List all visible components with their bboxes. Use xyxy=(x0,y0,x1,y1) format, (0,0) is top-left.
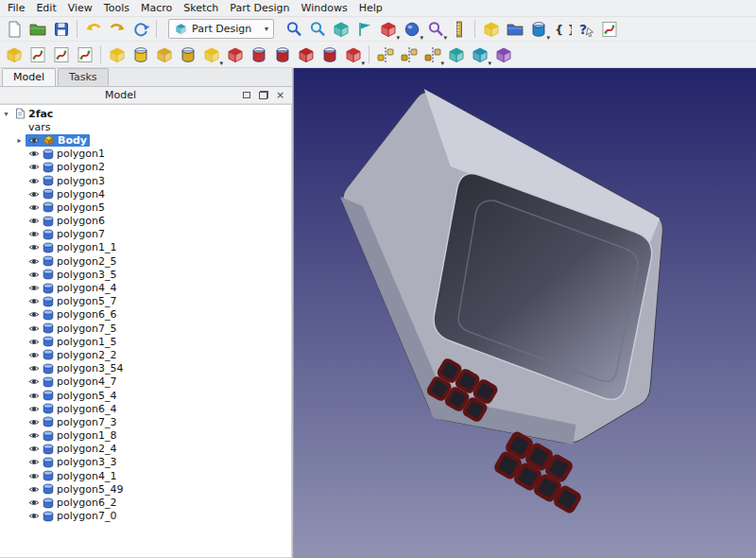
visibility-eye-icon[interactable] xyxy=(28,338,40,346)
visibility-eye-icon[interactable] xyxy=(28,458,40,466)
map-sketch-button[interactable] xyxy=(73,44,96,66)
visibility-eye-icon[interactable] xyxy=(28,270,40,279)
subtractive-loft-button[interactable] xyxy=(294,44,318,66)
tree-item[interactable]: polygon5_4 xyxy=(0,389,291,402)
visibility-eye-icon[interactable] xyxy=(28,392,40,400)
tree-item[interactable]: polygon3_54 xyxy=(0,362,291,375)
visibility-eye-icon[interactable] xyxy=(28,445,40,453)
file-new-button[interactable] xyxy=(2,18,26,41)
redo-button[interactable] xyxy=(105,18,129,41)
tree-item[interactable]: polygon1_5 xyxy=(0,335,291,348)
boolean-button[interactable] xyxy=(491,44,515,66)
create-sketch-button[interactable] xyxy=(26,44,49,66)
measure-button[interactable] xyxy=(447,18,471,41)
visibility-eye-icon[interactable] xyxy=(28,136,40,145)
view-cube-button[interactable] xyxy=(376,18,400,41)
tree-item[interactable]: polygon2_2 xyxy=(0,348,291,361)
visibility-eye-icon[interactable] xyxy=(28,284,40,292)
visibility-eye-icon[interactable] xyxy=(28,405,40,413)
visibility-eye-icon[interactable] xyxy=(28,149,40,158)
tree-item[interactable]: polygon4_1 xyxy=(0,469,291,482)
tree-item[interactable]: polygon6_2 xyxy=(0,496,291,509)
tree-item[interactable]: polygon3 xyxy=(0,174,291,187)
tree-item[interactable]: polygon2 xyxy=(0,161,291,174)
revolution-button[interactable] xyxy=(129,44,152,66)
visibility-eye-icon[interactable] xyxy=(28,498,40,507)
tree-item[interactable]: polygon4 xyxy=(0,187,291,201)
visibility-eye-icon[interactable] xyxy=(28,364,40,373)
additive-pipe-button[interactable] xyxy=(176,44,199,66)
workbench-selector[interactable]: Part Design ▾ xyxy=(168,19,274,39)
menu-item[interactable]: Tools xyxy=(98,0,135,16)
menu-item[interactable]: Windows xyxy=(296,0,353,16)
tree-expander-icon[interactable]: ▸ xyxy=(13,136,26,145)
create-body-button[interactable] xyxy=(2,44,26,66)
polar-pattern-button[interactable] xyxy=(421,44,444,66)
tree-item[interactable]: polygon1_1 xyxy=(0,241,291,254)
zoom-tools-button[interactable] xyxy=(423,18,447,41)
menu-item[interactable]: Part Design xyxy=(224,0,295,16)
menu-item[interactable]: Sketch xyxy=(178,0,224,16)
visibility-eye-icon[interactable] xyxy=(28,377,40,386)
expression-editor-button[interactable] xyxy=(550,18,574,41)
dock-tab[interactable]: Tasks xyxy=(58,68,108,86)
visibility-eye-icon[interactable] xyxy=(28,217,40,225)
visibility-eye-icon[interactable] xyxy=(28,512,40,520)
tree-item[interactable]: polygon6 xyxy=(0,215,291,228)
visibility-eye-icon[interactable] xyxy=(28,163,40,171)
visibility-eye-icon[interactable] xyxy=(28,418,40,427)
view-plane-button[interactable] xyxy=(352,18,376,41)
tree-item[interactable]: polygon7_5 xyxy=(0,322,291,335)
part-box-button[interactable] xyxy=(479,18,503,41)
3d-viewport-canvas[interactable] xyxy=(294,68,756,558)
tree-item[interactable]: polygon4_7 xyxy=(0,375,291,389)
tree-item[interactable]: polygon2_5 xyxy=(0,254,291,268)
file-open-button[interactable] xyxy=(26,18,49,41)
menu-item[interactable]: Macro xyxy=(135,0,178,16)
visibility-eye-icon[interactable] xyxy=(28,243,40,252)
tree-item[interactable]: polygon7_0 xyxy=(0,510,291,523)
menu-item[interactable]: View xyxy=(62,0,98,16)
subtractive-pipe-button[interactable] xyxy=(318,44,341,66)
hole-button[interactable] xyxy=(247,44,270,66)
mirrored-button[interactable] xyxy=(373,44,397,66)
float-button[interactable] xyxy=(256,89,270,102)
pad-button[interactable] xyxy=(105,44,129,66)
linear-pattern-button[interactable] xyxy=(397,44,421,66)
undo-button[interactable] xyxy=(81,18,105,41)
additive-primitive-button[interactable] xyxy=(199,44,223,66)
menu-item[interactable]: Edit xyxy=(30,0,61,16)
visibility-eye-icon[interactable] xyxy=(28,257,40,266)
new-sketch-button[interactable] xyxy=(597,18,621,41)
edit-mode-button[interactable] xyxy=(526,18,550,41)
view-isometric-button[interactable] xyxy=(329,18,352,41)
chamfer-button[interactable] xyxy=(468,44,491,66)
visibility-eye-icon[interactable] xyxy=(28,297,40,305)
dock-button[interactable] xyxy=(239,89,253,102)
tree-item[interactable]: polygon5 xyxy=(0,201,291,214)
tree-item[interactable]: polygon7_3 xyxy=(0,415,291,428)
additive-loft-button[interactable] xyxy=(152,44,176,66)
tree-item[interactable]: polygon3_3 xyxy=(0,456,291,469)
visibility-eye-icon[interactable] xyxy=(28,485,40,494)
menu-item[interactable]: File xyxy=(2,0,30,16)
tree-item[interactable]: vars xyxy=(0,120,291,133)
fillet-button[interactable] xyxy=(444,44,468,66)
menu-item[interactable]: Help xyxy=(353,0,388,16)
tree-item[interactable]: polygon5_7 xyxy=(0,295,291,308)
visibility-eye-icon[interactable] xyxy=(28,190,40,199)
visibility-eye-icon[interactable] xyxy=(28,351,40,359)
tree-item[interactable]: polygon2_4 xyxy=(0,443,291,456)
tree-item[interactable]: polygon5_49 xyxy=(0,482,291,496)
visibility-eye-icon[interactable] xyxy=(28,177,40,185)
tree-item[interactable]: polygon1_8 xyxy=(0,429,291,443)
tree-expander-icon[interactable]: ▾ xyxy=(0,110,12,118)
fit-all-button[interactable] xyxy=(305,18,329,41)
edit-sketch-button[interactable] xyxy=(49,44,73,66)
tree-item[interactable]: polygon6_4 xyxy=(0,402,291,415)
tree-item[interactable]: ▾ xyxy=(0,107,291,120)
visibility-eye-icon[interactable] xyxy=(28,472,40,480)
visibility-eye-icon[interactable] xyxy=(28,431,40,440)
draw-style-button[interactable] xyxy=(400,18,423,41)
tree-item[interactable]: polygon7 xyxy=(0,228,291,241)
